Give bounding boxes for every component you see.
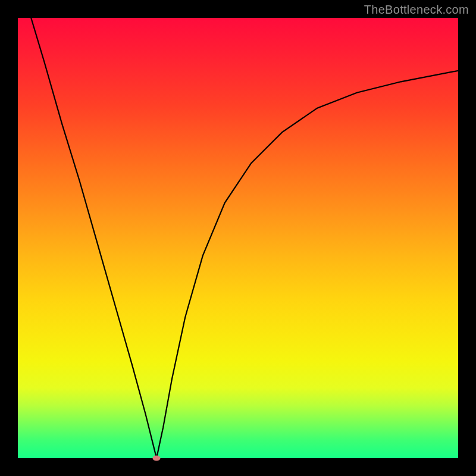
chart-frame: TheBottleneck.com	[0, 0, 476, 476]
minimum-point-dot	[153, 456, 161, 461]
bottleneck-curve	[18, 18, 458, 458]
gradient-background	[18, 18, 458, 458]
watermark-text: TheBottleneck.com	[364, 3, 469, 17]
